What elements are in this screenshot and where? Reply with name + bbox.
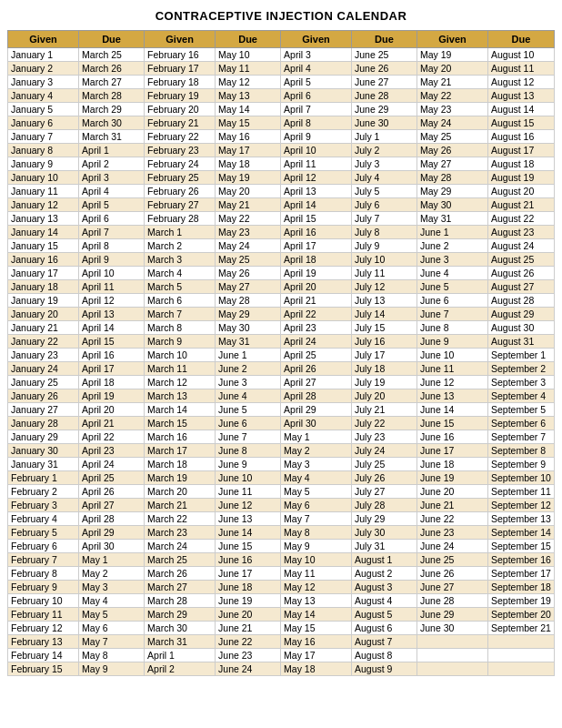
due-date: August 27 (487, 280, 554, 294)
due-date: May 14 (216, 103, 281, 116)
given-date: January 2 (8, 62, 79, 76)
given-date: February 6 (8, 540, 79, 553)
due-date: August 22 (487, 212, 554, 226)
table-row: February 11May 5March 29June 20May 14Aug… (8, 608, 555, 622)
given-date: January 1 (8, 48, 79, 62)
due-date: June 5 (216, 403, 281, 417)
given-date: April 30 (281, 417, 352, 430)
given-date: June 20 (417, 485, 488, 499)
due-date: May 18 (216, 157, 281, 171)
given-date: March 1 (145, 226, 216, 239)
due-date: May 21 (216, 198, 281, 212)
due-date: August 2 (352, 567, 417, 581)
column-header: Given (145, 31, 216, 48)
given-date: June 14 (417, 403, 488, 417)
given-date: June 29 (417, 608, 488, 622)
due-date (487, 635, 554, 649)
due-date: September 19 (487, 594, 554, 608)
given-date: March 21 (145, 499, 216, 512)
given-date: March 24 (145, 540, 216, 553)
given-date: June 26 (417, 567, 488, 581)
due-date: August 6 (352, 622, 417, 635)
given-date: May 4 (281, 471, 352, 485)
due-date: July 1 (352, 130, 417, 144)
given-date: March 27 (145, 581, 216, 594)
given-date: June 21 (417, 499, 488, 512)
due-date: September 7 (487, 430, 554, 444)
due-date (487, 662, 554, 676)
due-date: August 19 (487, 171, 554, 185)
table-row: February 13May 7March 31June 22May 16Aug… (8, 635, 555, 649)
given-date: April 4 (281, 62, 352, 76)
given-date: June 2 (417, 239, 488, 253)
given-date: May 21 (417, 76, 488, 89)
given-date: June 8 (417, 321, 488, 335)
table-row: January 13April 6February 28May 22April … (8, 212, 555, 226)
given-date: May 7 (281, 512, 352, 526)
due-date: July 9 (352, 239, 417, 253)
due-date: July 15 (352, 321, 417, 335)
due-date: June 9 (216, 458, 281, 471)
due-date: September 12 (487, 499, 554, 512)
table-row: January 8April 1February 23May 17April 1… (8, 144, 555, 157)
table-row: January 29April 22March 16June 7May 1Jul… (8, 430, 555, 444)
given-date: January 18 (8, 280, 79, 294)
due-date: August 10 (487, 48, 554, 62)
due-date: May 28 (216, 294, 281, 308)
column-header: Due (352, 31, 417, 48)
due-date: September 2 (487, 362, 554, 376)
given-date: March 26 (145, 567, 216, 581)
given-date: March 23 (145, 526, 216, 540)
given-date: April 14 (281, 198, 352, 212)
due-date: May 26 (216, 267, 281, 280)
due-date: August 12 (487, 76, 554, 89)
due-date: August 28 (487, 294, 554, 308)
table-row: January 19April 12March 6May 28April 21J… (8, 294, 555, 308)
given-date: February 8 (8, 567, 79, 581)
due-date: June 14 (216, 526, 281, 540)
due-date: June 7 (216, 430, 281, 444)
due-date: July 22 (352, 417, 417, 430)
given-date: June 1 (417, 226, 488, 239)
given-date: June 27 (417, 581, 488, 594)
given-date: May 1 (281, 430, 352, 444)
given-date: February 25 (145, 171, 216, 185)
table-row: January 17April 10March 4May 26April 19J… (8, 267, 555, 280)
due-date: June 6 (216, 417, 281, 430)
given-date: February 10 (8, 594, 79, 608)
due-date: August 23 (487, 226, 554, 239)
given-date: January 12 (8, 198, 79, 212)
given-date: January 15 (8, 239, 79, 253)
due-date: May 27 (216, 280, 281, 294)
due-date: September 11 (487, 485, 554, 499)
table-row: January 1March 25February 16May 10April … (8, 48, 555, 62)
due-date: May 13 (216, 89, 281, 103)
table-row: February 2April 26March 20June 11May 5Ju… (8, 485, 555, 499)
given-date: February 22 (145, 130, 216, 144)
given-date: May 16 (281, 635, 352, 649)
table-row: January 27April 20March 14June 5April 29… (8, 403, 555, 417)
given-date: February 16 (145, 48, 216, 62)
due-date: July 24 (352, 444, 417, 458)
given-date: January 25 (8, 376, 79, 389)
due-date: June 4 (216, 389, 281, 403)
table-row: February 4April 28March 22June 13May 7Ju… (8, 512, 555, 526)
due-date: July 14 (352, 308, 417, 321)
due-date: May 12 (216, 76, 281, 89)
due-date: April 11 (79, 280, 145, 294)
due-date: July 25 (352, 458, 417, 471)
column-header: Due (216, 31, 281, 48)
due-date: April 20 (79, 403, 145, 417)
table-row: January 31April 24March 18June 9May 3Jul… (8, 458, 555, 471)
given-date: April 26 (281, 362, 352, 376)
due-date: April 4 (79, 185, 145, 198)
due-date: July 7 (352, 212, 417, 226)
table-row: January 23April 16March 10June 1April 25… (8, 349, 555, 362)
given-date: January 29 (8, 430, 79, 444)
due-date: March 27 (79, 76, 145, 89)
due-date: May 10 (216, 48, 281, 62)
due-date: August 24 (487, 239, 554, 253)
given-date: January 9 (8, 157, 79, 171)
due-date: April 12 (79, 294, 145, 308)
table-row: January 4March 28February 19May 13April … (8, 89, 555, 103)
